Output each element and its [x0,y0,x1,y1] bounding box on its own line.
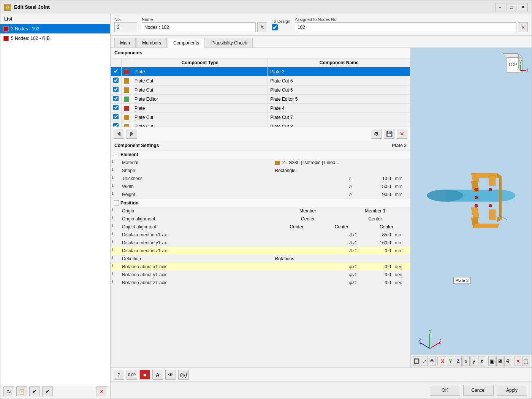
list-item[interactable]: 5 Nodes: 102 - RIB [0,34,110,43]
prop-disp-x1[interactable]: └ Displacement in x1-ax... Δx1 85.0 mm [111,231,410,239]
view-btn-x[interactable]: X [439,356,446,366]
row-check[interactable] [113,96,119,101]
edit-name-button[interactable]: ✎ [257,22,267,32]
view-btn-xsm[interactable]: x [462,356,470,366]
list-items: 3 Nodes : 102 5 Nodes: 102 - RIB [0,24,110,384]
svg-point-19 [427,190,463,202]
assigned-label: Assigned to Nodes No. [295,17,528,22]
table-row[interactable]: Plate Cut Plate Cut 5 [111,76,410,86]
tab-components[interactable]: Components [168,38,205,48]
prop-thickness[interactable]: └ Thickness t 10.0 mm [111,175,410,183]
view-button[interactable]: 👁 [165,370,176,380]
view-toolbar: 🔲 ⤢ 👁 X Y Z x y z ▣ 🖥 🖨 [411,354,532,367]
prop-rot-x1[interactable]: └ Rotation about x1-axis φx1 0.0 deg [111,263,410,271]
prop-disp-y1[interactable]: └ Displacement in y1-ax... Δy1 -160.0 mm [111,239,410,247]
svg-marker-27 [489,210,496,220]
row-type: Plate Cut [132,76,268,86]
minimize-button[interactable]: − [495,3,505,11]
maximize-button[interactable]: □ [507,3,516,11]
color-button[interactable]: ■ [139,370,150,380]
delete-component-button[interactable]: ✕ [397,129,407,139]
table-row[interactable]: Plate Plate 3 [111,67,410,76]
clear-assigned-button[interactable]: ✕ [518,22,528,32]
list-item[interactable]: 3 Nodes : 102 [0,24,110,34]
row-name: Plate Cut 6 [268,86,410,95]
prop-shape[interactable]: └ Shape Rectangle [111,167,410,175]
no-input[interactable] [114,22,137,32]
view-btn-render[interactable]: 🖥 [496,356,504,366]
tab-main[interactable]: Main [114,38,136,48]
apply-button[interactable]: Apply [497,385,527,396]
prop-value: Member Member 1 [273,207,411,215]
prop-rot-y1[interactable]: └ Rotation about y1-axis φy1 0.0 deg [111,271,410,279]
tab-plausibility[interactable]: Plausibility Check [206,38,253,48]
col-color [122,59,132,67]
view-btn-z[interactable]: Z [455,356,462,366]
move-right-button[interactable] [127,129,137,139]
to-design-checkbox[interactable] [272,24,278,30]
tab-members[interactable]: Members [136,38,167,48]
view-btn-print[interactable]: 🖨 [504,356,511,366]
move-left-button[interactable] [114,129,124,139]
3d-viewport[interactable]: TOP X Y [411,48,532,367]
view-btn-box[interactable]: ▣ [488,356,496,366]
cancel-button[interactable]: Cancel [463,385,494,396]
close-button[interactable]: ✕ [518,3,528,11]
view-btn-close-x[interactable]: ✕ [515,356,522,366]
prop-width[interactable]: └ Width b 150.0 mm [111,183,410,191]
expand-element[interactable]: − [114,152,119,157]
value-button[interactable]: 0,00 [127,370,137,380]
prop-object-alignment[interactable]: └ Object alignment Center Center Center [111,223,410,231]
element-group-header[interactable]: − Element [111,150,410,159]
view-btn-zoom[interactable]: ⤢ [421,356,428,366]
prop-origin[interactable]: └ Origin Member Member 1 [111,207,410,215]
view-btn-y[interactable]: Y [447,356,454,366]
nav-cube[interactable]: TOP X Y [501,52,528,79]
add-button[interactable]: 🗂 [3,386,14,396]
table-row[interactable]: Plate Cut Plate Cut 7 [111,113,410,122]
settings-button[interactable]: ⚙ [371,129,382,139]
table-row[interactable]: Plate Plate 4 [111,104,410,113]
text-button[interactable]: A [152,370,163,380]
row-check[interactable] [113,78,119,83]
row-type: Plate [132,67,268,76]
prop-height[interactable]: └ Height h 90.0 mm [111,191,410,199]
save-component-button[interactable]: 💾 [384,129,394,139]
row-check[interactable] [113,123,119,127]
check2-button[interactable]: ✔ [42,386,53,396]
view-btn-eye[interactable]: 👁 [429,356,436,366]
assigned-input[interactable] [295,22,516,32]
table-row[interactable]: Plate Editor Plate Editor 5 [111,95,410,104]
row-check[interactable] [113,105,119,110]
help-button[interactable]: ? [114,370,124,380]
view-btn-zsm[interactable]: z [478,356,485,366]
row-check[interactable] [113,87,119,92]
indent: └ [111,280,120,285]
svg-line-41 [420,343,430,348]
view-btn-select[interactable]: 🔲 [413,356,420,366]
row-check[interactable] [113,68,119,74]
view-btn-clipboard[interactable]: 📋 [522,356,529,366]
check-button[interactable]: ✔ [29,386,40,396]
prop-origin-alignment[interactable]: └ Origin alignment Center Center [111,215,410,223]
delete-button[interactable]: ✕ [97,386,107,396]
prop-name: Object alignment [120,223,258,231]
table-row[interactable]: Plate Cut Plate Cut 6 [111,86,410,95]
name-input[interactable] [142,22,256,32]
position-group: − Position └ Origin Member Member 1 [111,199,410,287]
prop-material[interactable]: └ Material 2 - S235 | Isotropic | Linea.… [111,159,410,167]
view-btn-ysm[interactable]: y [470,356,478,366]
row-check[interactable] [113,114,119,119]
prop-disp-z1[interactable]: └ Displacement in z1-ax... Δz1 0.0 mm [111,247,410,255]
copy-button[interactable]: 📋 [16,386,27,396]
ok-button[interactable]: OK [430,385,460,396]
expand-position[interactable]: − [114,200,119,206]
position-group-header[interactable]: − Position [111,199,410,207]
nav-cube-svg[interactable]: TOP X Y [501,52,528,78]
prop-unit: mm [393,175,410,182]
prop-definition[interactable]: └ Definition Rotations [111,255,410,263]
formula-button[interactable]: f(x) [178,370,189,380]
prop-rot-z1[interactable]: └ Rotation about z1-axis φz1 0.0 deg [111,279,410,287]
table-row[interactable]: Plate Cut Plate Cut 8 [111,122,410,127]
col-val: Center [320,224,363,230]
